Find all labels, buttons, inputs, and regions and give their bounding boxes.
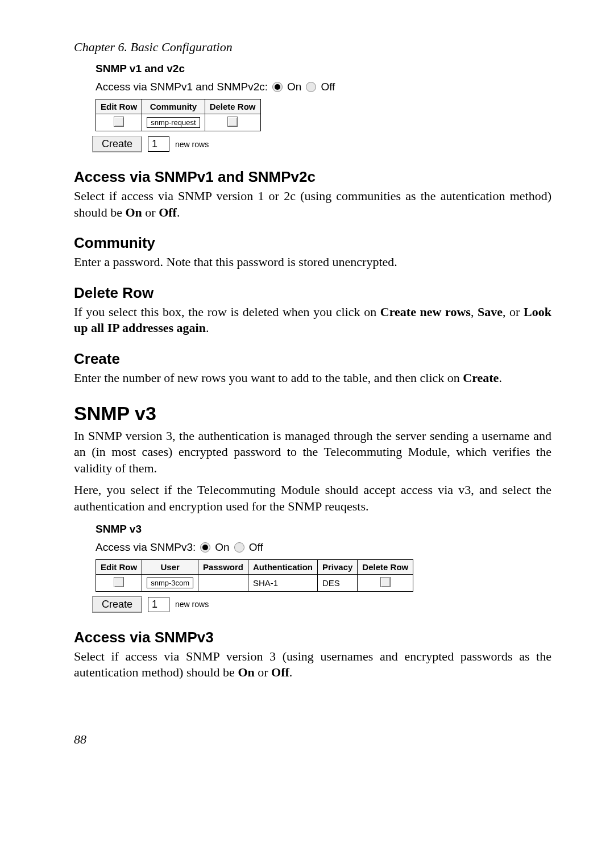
th-privacy: Privacy — [317, 559, 357, 574]
edit-row-checkbox-v3[interactable] — [114, 577, 124, 587]
para-snmpv3-1: In SNMP version 3, the authentication is… — [74, 428, 551, 477]
access-label-v3: Access via SNMPv3: — [96, 541, 196, 554]
delete-row-checkbox[interactable] — [227, 117, 238, 127]
text: or — [142, 205, 159, 219]
text-bold: Off — [271, 665, 289, 679]
radio-off[interactable] — [306, 82, 316, 92]
th-auth: Authentication — [248, 559, 317, 574]
snmp-v1v2c-panel: SNMP v1 and v2c Access via SNMPv1 and SN… — [90, 63, 335, 152]
on-label: On — [287, 81, 301, 93]
radio-on-v3[interactable] — [200, 542, 210, 553]
create-row-area-v3: Create 1 new rows — [92, 596, 413, 613]
text-bold: Off — [159, 205, 177, 219]
text: Select if access via SNMP version 3 (usi… — [74, 649, 551, 680]
auth-field[interactable]: SHA-1 — [248, 574, 317, 591]
text: , or — [503, 305, 524, 319]
community-table: Edit Row Community Delete Row snmp-reque… — [96, 99, 261, 131]
chapter-header: Chapter 6. Basic Configuration — [74, 40, 551, 55]
access-line: Access via SNMPv1 and SNMPv2c: On Off — [96, 81, 335, 93]
th-delete-row: Delete Row — [205, 99, 260, 114]
radio-off-v3[interactable] — [234, 542, 244, 553]
para-create: Enter the number of new rows you want to… — [74, 370, 551, 387]
user-field[interactable]: snmp-3com — [147, 578, 193, 588]
para-community: Enter a password. Note that this passwor… — [74, 254, 551, 271]
heading-snmpv3: SNMP v3 — [74, 402, 551, 425]
radio-on[interactable] — [272, 82, 283, 92]
th-user: User — [142, 559, 198, 574]
heading-delete-row: Delete Row — [74, 284, 551, 302]
th-delete: Delete Row — [358, 559, 413, 574]
new-rows-label: new rows — [175, 140, 209, 149]
privacy-field[interactable]: DES — [317, 574, 357, 591]
text: If you select this box, the row is delet… — [74, 305, 380, 319]
edit-row-checkbox[interactable] — [114, 117, 124, 127]
panel-title-v3: SNMP v3 — [96, 523, 413, 535]
off-label-v3: Off — [249, 541, 263, 554]
create-count-input-v3[interactable]: 1 — [148, 597, 169, 612]
user-table: Edit Row User Password Authentication Pr… — [96, 559, 413, 592]
page-number: 88 — [74, 732, 551, 747]
snmp-v3-panel: SNMP v3 Access via SNMPv3: On Off Edit R… — [90, 523, 413, 613]
text-bold: Create — [463, 371, 499, 385]
community-field[interactable]: snmp-request — [147, 117, 200, 128]
create-button[interactable]: Create — [92, 136, 142, 152]
off-label: Off — [321, 81, 335, 93]
text-bold: On — [125, 205, 142, 219]
table-row: snmp-3com SHA-1 DES — [96, 574, 413, 591]
text: , — [471, 305, 478, 319]
new-rows-label-v3: new rows — [175, 600, 209, 609]
heading-access-v1v2c: Access via SNMPv1 and SNMPv2c — [74, 168, 551, 186]
th-edit: Edit Row — [96, 559, 142, 574]
text: . — [206, 321, 209, 335]
access-line-v3: Access via SNMPv3: On Off — [96, 541, 413, 554]
text-bold: Save — [478, 305, 503, 319]
table-row: snmp-request — [96, 114, 261, 131]
text-bold: Create new rows — [380, 305, 471, 319]
access-label: Access via SNMPv1 and SNMPv2c: — [96, 81, 268, 93]
text: or — [255, 665, 271, 679]
th-edit-row: Edit Row — [96, 99, 142, 114]
th-password: Password — [198, 559, 248, 574]
text: . — [289, 665, 293, 679]
para-access-v3: Select if access via SNMP version 3 (usi… — [74, 649, 551, 681]
create-count-input[interactable]: 1 — [148, 136, 169, 152]
create-row-area: Create 1 new rows — [92, 136, 335, 152]
heading-community: Community — [74, 234, 551, 252]
para-snmpv3-2: Here, you select if the Telecommuting Mo… — [74, 482, 551, 514]
text: . — [177, 205, 180, 219]
heading-create: Create — [74, 350, 551, 368]
text-bold: On — [238, 665, 254, 679]
para-delete-row: If you select this box, the row is delet… — [74, 304, 551, 337]
text: Enter the number of new rows you want to… — [74, 371, 463, 385]
panel-title: SNMP v1 and v2c — [96, 63, 335, 75]
delete-row-checkbox-v3[interactable] — [380, 577, 391, 587]
text: . — [499, 371, 502, 385]
para-access-v1v2c: Select if access via SNMP version 1 or 2… — [74, 188, 551, 221]
on-label-v3: On — [215, 541, 229, 554]
heading-access-v3: Access via SNMPv3 — [74, 629, 551, 646]
th-community: Community — [142, 99, 205, 114]
create-button-v3[interactable]: Create — [92, 596, 142, 613]
